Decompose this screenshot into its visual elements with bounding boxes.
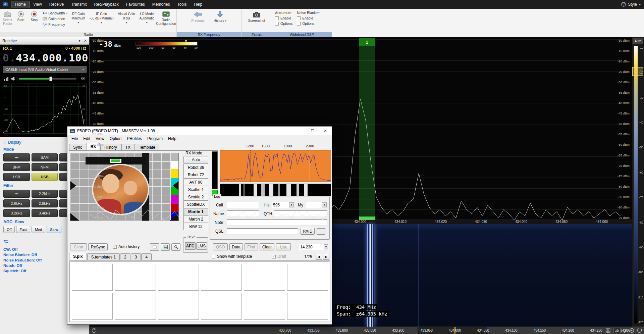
template-thumbnail[interactable]	[72, 264, 113, 291]
menu-tab[interactable]: Tools	[174, 1, 191, 8]
find-button[interactable]: Find	[245, 243, 258, 250]
visual-gain-dropdown[interactable]: Visual Gain 0 dB ▾	[117, 10, 137, 27]
template-thumbnail[interactable]	[158, 293, 199, 320]
menu-tab[interactable]: View	[30, 1, 46, 8]
filter-button[interactable]: 2.2kHz	[32, 190, 58, 198]
draft-checkbox[interactable]: ✓ Draft	[272, 254, 286, 259]
picture-button[interactable]	[161, 243, 170, 251]
agc-button[interactable]: Med	[32, 226, 45, 233]
calibration-button[interactable]: Calibration	[42, 16, 68, 21]
nav-left-reset-icon[interactable]	[92, 328, 97, 333]
pager-next-button[interactable]: ▶	[323, 254, 329, 260]
nav-zoom-level[interactable]: x5	[613, 328, 621, 333]
menu-tab[interactable]: Favourites	[122, 1, 149, 8]
start-button[interactable]: Start	[15, 10, 27, 22]
filter-button[interactable]: •••	[3, 190, 30, 198]
frequency-button[interactable]: Frequency	[42, 22, 68, 27]
frequency-nav-bar[interactable]: 433.700433.750433.800433.850433.900433.9…	[90, 327, 644, 334]
mode-button[interactable]: •••	[3, 153, 30, 161]
agc-button[interactable]: Slow	[47, 226, 61, 233]
filter-button[interactable]: 3.2kHz	[3, 209, 30, 217]
template-thumbnail[interactable]	[201, 264, 242, 291]
menu-tab[interactable]: Receive	[46, 1, 67, 8]
copy-button[interactable]	[150, 243, 159, 251]
frequency-display[interactable]: 0.434.000.100	[0, 51, 89, 65]
mmsstv-lower-tab[interactable]: 2	[120, 253, 130, 260]
resync-button[interactable]: ReSync	[88, 243, 108, 250]
template-thumbnail[interactable]	[287, 293, 328, 320]
volume-thumb[interactable]	[49, 77, 52, 81]
template-thumbnail[interactable]	[287, 264, 328, 291]
log-freq-combo[interactable]: 14.230 ▼	[299, 244, 329, 250]
agc-button[interactable]: Fast	[16, 226, 30, 233]
rx-mode-button[interactable]: B/W 12	[183, 223, 208, 230]
receive-panel-header[interactable]: Receive ▾ ✕	[0, 37, 89, 45]
rxid-button[interactable]: RXID	[301, 228, 315, 235]
menu-tab[interactable]: Help	[191, 1, 206, 8]
filter-button[interactable]: 2.6kHz	[3, 199, 30, 207]
rf-gain-dropdown[interactable]: RF Gain Minimum ▾	[70, 10, 87, 27]
nav-chevron-right-icon[interactable]: ❯	[624, 328, 627, 333]
log-clear-button[interactable]: Clear	[260, 243, 274, 250]
stop-button[interactable]: Stop	[29, 10, 40, 22]
if-gain-dropdown[interactable]: IF Gain -55 dB (Manual) ▾	[88, 10, 115, 27]
auto-mute-options-button[interactable]: Options	[275, 21, 292, 26]
log-freq-arrow-icon[interactable]: ▼	[324, 244, 328, 249]
mmsstv-lower-tab[interactable]: S.templates 1	[87, 253, 120, 260]
mmsstv-lower-tab[interactable]: 4	[141, 253, 152, 260]
data-button[interactable]: Data	[229, 243, 243, 250]
mmsstv-lower-tab[interactable]: S.pix	[69, 253, 87, 260]
afc-button[interactable]: AFC	[185, 242, 196, 250]
template-thumbnail[interactable]	[244, 264, 285, 291]
auto-history-checkbox[interactable]: ✓ Auto history	[113, 244, 140, 249]
filter-button[interactable]: 3.4kHz	[32, 209, 58, 217]
mmsstv-menu-item[interactable]: File	[69, 136, 80, 142]
style-palette-icon[interactable]	[621, 2, 626, 7]
mode-button[interactable]: SAM	[32, 153, 58, 161]
pager-prev-button[interactable]: ◀	[316, 254, 322, 260]
noise-blanker-options-button[interactable]: Options	[297, 21, 320, 26]
nav-grid-icon[interactable]	[606, 328, 610, 333]
template-thumbnail[interactable]	[115, 264, 156, 291]
volume-slider[interactable]	[19, 78, 76, 80]
menu-tab[interactable]: Rec/Playback	[90, 1, 122, 8]
mmsstv-lower-tab[interactable]: 3	[131, 253, 141, 260]
menu-tab[interactable]: Transmit	[67, 1, 90, 8]
channel-marker-band[interactable]: 1	[359, 38, 375, 220]
auto-mute-enable-checkbox[interactable]: Enable	[275, 16, 292, 20]
qsl-input[interactable]	[227, 228, 298, 235]
template-thumbnail[interactable]	[72, 293, 113, 320]
style-caret-icon[interactable]: ▾	[639, 3, 641, 6]
speaker-icon[interactable]	[11, 77, 16, 81]
menu-tab[interactable]: Home	[11, 1, 30, 8]
mode-button[interactable]: BFM	[3, 163, 30, 171]
filter-button[interactable]: 2.8kHz	[32, 199, 58, 207]
audio-device-select[interactable]: CABLE Input (VB-Audio Virtual Cable) ▾	[3, 66, 87, 73]
nav-recenter-icon[interactable]	[629, 328, 634, 333]
spectrum-display[interactable]: -38dBm -120-100-80-60-40-20 -10 dBm-15 d…	[90, 37, 632, 224]
lms-button[interactable]: LMS	[196, 242, 207, 250]
bandwidth-button[interactable]: Bandwidth▾	[42, 11, 68, 15]
template-thumbnail[interactable]	[201, 293, 242, 320]
history-button[interactable]: History ▾	[211, 10, 229, 23]
template-thumbnail[interactable]	[244, 293, 285, 320]
template-thumbnail[interactable]	[158, 264, 199, 291]
magnifier-button[interactable]	[171, 243, 180, 251]
screenshot-button[interactable]: Screenshot	[248, 10, 265, 23]
palette-auto-button[interactable]: Auto	[633, 38, 643, 44]
panel-close-icon[interactable]: ✕	[84, 39, 87, 43]
menu-tab[interactable]: Memories	[149, 1, 174, 8]
mode-button[interactable]: LSB	[3, 173, 30, 181]
qso-button[interactable]: QSO	[213, 243, 228, 250]
agc-button[interactable]: Off	[3, 226, 15, 233]
mode-button[interactable]: USB	[32, 173, 58, 181]
template-thumbnail[interactable]	[115, 293, 156, 320]
lo-mode-dropdown[interactable]: LO Mode Automatic ▾	[138, 10, 156, 27]
app-menu-icon[interactable]	[2, 1, 9, 7]
show-with-template-checkbox[interactable]: Show with template	[212, 254, 252, 259]
panel-collapse-icon[interactable]: ▾	[78, 39, 80, 43]
mmsstv-tab[interactable]: Sync	[69, 144, 86, 150]
mode-button[interactable]: NFM	[32, 163, 58, 171]
rxid-extra-button[interactable]	[317, 228, 325, 235]
radio-configuration-button[interactable]: RadioConfiguration	[157, 10, 175, 26]
